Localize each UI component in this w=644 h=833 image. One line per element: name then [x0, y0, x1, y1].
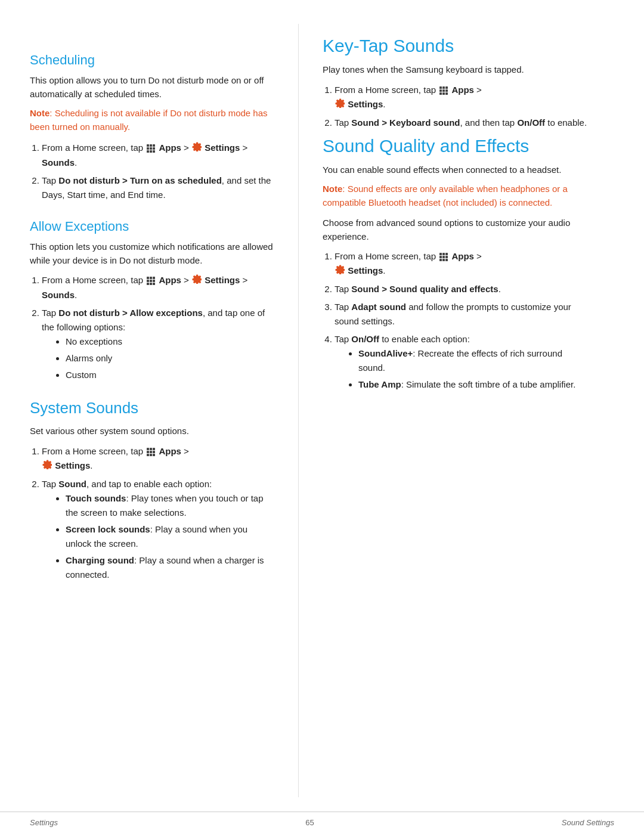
allow-exceptions-options: No exceptions Alarms only Custom: [66, 335, 274, 382]
apps-label: Apps: [159, 143, 181, 153]
keytap-sounds-steps: From a Home screen, tap Apps >: [335, 83, 590, 130]
onoff-label-2: On/Off: [351, 334, 379, 344]
option-custom: Custom: [66, 368, 274, 382]
keytap-sounds-section: Key-Tap Sounds Play tones when the Samsu…: [323, 36, 590, 130]
keytap-step-1: From a Home screen, tap Apps >: [335, 83, 590, 112]
settings-label-4: Settings: [348, 99, 383, 109]
sound-quality-step-1: From a Home screen, tap Apps >: [335, 249, 590, 278]
option-touch-sounds: Touch sounds: Play tones when you touch …: [66, 491, 274, 520]
system-sounds-options: Touch sounds: Play tones when you touch …: [66, 491, 274, 582]
settings-label-2: Settings: [205, 275, 240, 285]
sound-quality-para1: You can enable sound effects when connec…: [323, 163, 590, 177]
keytap-sounds-title: Key-Tap Sounds: [323, 36, 590, 56]
sound-quality-step-2: Tap Sound > Sound quality and effects.: [335, 282, 590, 296]
apps-label-4: Apps: [451, 85, 474, 95]
keytap-sounds-para1: Play tones when the Samsung keyboard is …: [323, 63, 590, 77]
onoff-label-1: On/Off: [517, 117, 545, 128]
system-sounds-title: System Sounds: [30, 399, 274, 417]
two-column-layout: Scheduling This option allows you to tur…: [0, 24, 644, 797]
scheduling-step-1: From a Home screen, tap Apps >: [42, 141, 274, 170]
allow-exceptions-step-1: From a Home screen, tap Apps >: [42, 273, 274, 302]
sound-tap-label: Sound: [58, 479, 86, 489]
apps-label-3: Apps: [159, 446, 181, 456]
settings-gear-icon-2: [192, 274, 202, 288]
option-alarms-only: Alarms only: [66, 351, 274, 366]
footer-left-text: Settings: [30, 818, 58, 827]
allow-exceptions-step-2: Tap Do not disturb > Allow exceptions, a…: [42, 306, 274, 382]
sound-quality-section: Sound Quality and Effects You can enable…: [323, 136, 590, 392]
system-sounds-section: System Sounds Set various other system s…: [30, 399, 274, 582]
system-sounds-step-1: From a Home screen, tap Apps >: [42, 444, 274, 473]
settings-label-5: Settings: [348, 265, 383, 275]
system-sounds-steps: From a Home screen, tap Apps >: [42, 444, 274, 582]
sound-quality-para2: Choose from advanced sound options to cu…: [323, 216, 590, 243]
settings-label: Settings: [205, 143, 240, 153]
system-sounds-para1: Set various other system sound options.: [30, 425, 274, 438]
settings-label-3: Settings: [55, 460, 90, 470]
sound-quality-step-3: Tap Adapt sound and follow the prompts t…: [335, 300, 590, 329]
sound-quality-step-4: Tap On/Off to enable each option: SoundA…: [335, 332, 590, 392]
option-tube-amp: Tube Amp: Simulate the soft timbre of a …: [358, 377, 590, 392]
sound-quality-note: Note: Sound effects are only available w…: [323, 182, 590, 209]
scheduling-note: Note: Scheduling is not available if Do …: [30, 107, 274, 134]
option-no-exceptions: No exceptions: [66, 335, 274, 349]
note-bold: Note: [30, 108, 49, 118]
sounds-label-1: Sounds: [42, 157, 75, 168]
sound-quality-steps: From a Home screen, tap Apps >: [335, 249, 590, 392]
allow-exceptions-steps: From a Home screen, tap Apps >: [42, 273, 274, 382]
sound-quality-title: Sound Quality and Effects: [323, 136, 590, 156]
scheduling-steps: From a Home screen, tap Apps >: [42, 141, 274, 202]
right-column: Key-Tap Sounds Play tones when the Samsu…: [298, 24, 620, 797]
apps-grid-icon-2: [147, 277, 155, 285]
sound-keyboard-label: Sound > Keyboard sound: [351, 117, 460, 128]
allow-exceptions-para1: This option lets you customize which not…: [30, 240, 274, 267]
scheduling-step-2: Tap Do not disturb > Turn on as schedule…: [42, 174, 274, 202]
allow-exceptions-tap-label: Do not disturb > Allow exceptions: [58, 308, 203, 318]
keytap-step-2: Tap Sound > Keyboard sound, and then tap…: [335, 116, 590, 130]
option-soundalive: SoundAlive+: Recreate the effects of ric…: [358, 346, 590, 375]
footer: Settings 65 Sound Settings: [0, 812, 644, 833]
apps-grid-icon-4: [439, 86, 448, 95]
do-not-disturb-label: Do not disturb > Turn on as scheduled: [58, 175, 222, 185]
footer-page-number: 65: [305, 818, 314, 827]
settings-gear-icon: [192, 141, 202, 156]
apps-grid-icon: [147, 144, 155, 153]
adapt-sound-label: Adapt sound: [351, 302, 406, 312]
option-charging-sound: Charging sound: Play a sound when a char…: [66, 553, 274, 582]
allow-exceptions-section: Allow Exceptions This option lets you cu…: [30, 219, 274, 382]
footer-right-text: Sound Settings: [562, 818, 614, 827]
apps-label-5: Apps: [451, 251, 474, 261]
page-container: Scheduling This option allows you to tur…: [0, 0, 644, 833]
settings-gear-icon-3: [42, 459, 52, 473]
scheduling-section: Scheduling This option allows you to tur…: [30, 52, 274, 202]
settings-gear-icon-5: [335, 264, 345, 278]
left-column: Scheduling This option allows you to tur…: [0, 24, 298, 797]
option-screen-lock: Screen lock sounds: Play a sound when yo…: [66, 522, 274, 551]
sounds-label-2: Sounds: [42, 290, 75, 300]
sound-quality-options: SoundAlive+: Recreate the effects of ric…: [358, 346, 590, 392]
apps-label-2: Apps: [159, 275, 181, 285]
sound-quality-tap-label: Sound > Sound quality and effects: [351, 284, 498, 294]
scheduling-para1: This option allows you to turn Do not di…: [30, 74, 274, 101]
note-bold-2: Note: [323, 184, 342, 194]
apps-grid-icon-5: [439, 253, 448, 261]
scheduling-title: Scheduling: [30, 52, 274, 68]
allow-exceptions-title: Allow Exceptions: [30, 219, 274, 234]
settings-gear-icon-4: [335, 98, 345, 112]
system-sounds-step-2: Tap Sound, and tap to enable each option…: [42, 477, 274, 582]
apps-grid-icon-3: [147, 448, 155, 456]
